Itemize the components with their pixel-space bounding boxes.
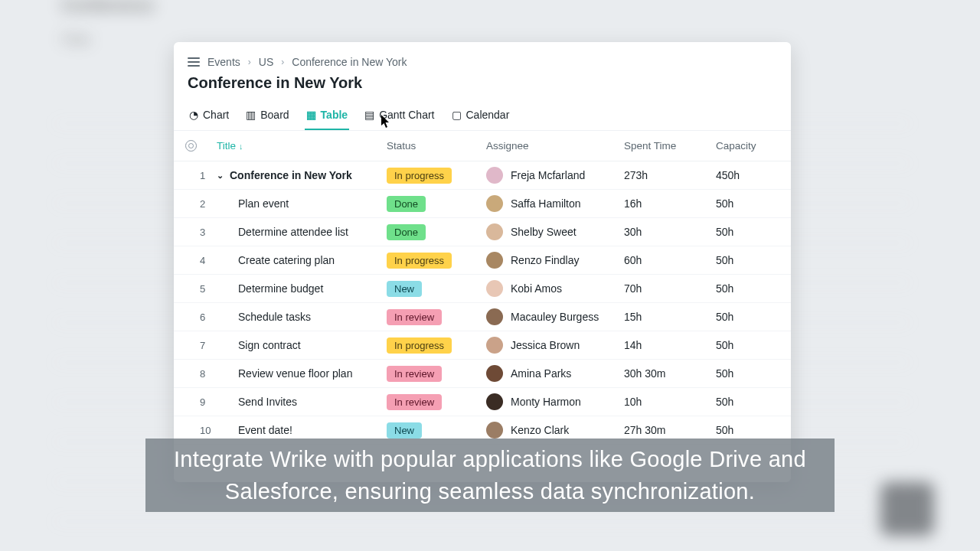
tab-board[interactable]: ▥Board <box>244 103 290 130</box>
task-title-cell[interactable]: Schedule tasks <box>217 311 387 323</box>
status-badge[interactable]: New <box>387 281 422 297</box>
table-row[interactable]: 4Create catering planIn progressRenzo Fi… <box>174 246 791 275</box>
avatar <box>486 337 503 354</box>
task-title-cell[interactable]: Plan event <box>217 197 387 210</box>
spent-time-cell[interactable]: 30h <box>624 226 716 238</box>
spent-time-cell[interactable]: 273h <box>624 169 716 181</box>
tab-label: Calendar <box>466 109 510 121</box>
row-number: 8 <box>200 368 217 380</box>
avatar <box>486 365 503 382</box>
chevron-right-icon: › <box>281 57 284 67</box>
spent-time-cell[interactable]: 14h <box>624 339 716 351</box>
spent-time-cell[interactable]: 60h <box>624 254 716 266</box>
assignee-cell[interactable]: Shelby Sweet <box>486 223 624 240</box>
status-badge[interactable]: In review <box>387 309 442 325</box>
table-row[interactable]: 7Sign contractIn progressJessica Brown14… <box>174 331 791 360</box>
row-number: 6 <box>200 311 217 323</box>
task-title-cell[interactable]: Event date! <box>217 424 387 436</box>
capacity-cell[interactable]: 50h <box>716 254 777 266</box>
status-badge[interactable]: Done <box>387 196 426 212</box>
table-row[interactable]: 9Send InvitesIn reviewMonty Harmon10h50h <box>174 388 791 416</box>
assignee-name: Kobi Amos <box>511 282 562 295</box>
spent-time-cell[interactable]: 30h 30m <box>624 367 716 380</box>
assignee-cell[interactable]: Renzo Findlay <box>486 252 624 269</box>
tab-gantt-chart[interactable]: ▤Gantt Chart <box>363 103 436 130</box>
task-title: Determine attendee list <box>238 226 348 238</box>
assignee-cell[interactable]: Macauley Burgess <box>486 308 624 325</box>
table-row[interactable]: 6Schedule tasksIn reviewMacauley Burgess… <box>174 303 791 331</box>
task-title-cell[interactable]: Determine budget <box>217 282 387 295</box>
task-title: Determine budget <box>238 282 323 295</box>
board-icon: ▥ <box>246 109 256 121</box>
task-title: Create catering plan <box>238 254 335 266</box>
table-row[interactable]: 1⌄Conference in New YorkIn progressFreja… <box>174 161 791 190</box>
task-title: Send Invites <box>238 396 297 408</box>
task-title-cell[interactable]: Send Invites <box>217 396 387 408</box>
column-status[interactable]: Status <box>387 140 486 152</box>
capacity-cell[interactable]: 50h <box>716 396 777 408</box>
capacity-cell[interactable]: 50h <box>716 311 777 323</box>
status-badge[interactable]: In progress <box>387 253 452 269</box>
tab-chart[interactable]: ◔Chart <box>188 103 230 130</box>
assignee-cell[interactable]: Monty Harmon <box>486 393 624 410</box>
assignee-name: Kenzo Clark <box>511 424 569 436</box>
status-badge[interactable]: In progress <box>387 337 452 354</box>
gantt-chart-icon: ▤ <box>364 109 374 121</box>
hamburger-icon[interactable] <box>188 57 200 67</box>
capacity-cell[interactable]: 50h <box>716 367 777 380</box>
task-title-cell[interactable]: Review venue floor plan <box>217 367 387 380</box>
task-title: Conference in New York <box>230 169 352 181</box>
assignee-cell[interactable]: Jessica Brown <box>486 337 624 354</box>
chevron-down-icon[interactable]: ⌄ <box>217 171 224 181</box>
capacity-cell[interactable]: 50h <box>716 197 777 210</box>
spent-time-cell[interactable]: 70h <box>624 282 716 295</box>
assignee-cell[interactable]: Amina Parks <box>486 365 624 382</box>
capacity-cell[interactable]: 50h <box>716 226 777 238</box>
task-title-cell[interactable]: Sign contract <box>217 339 387 351</box>
table-row[interactable]: 2Plan eventDoneSaffa Hamilton16h50h <box>174 190 791 218</box>
column-capacity[interactable]: Capacity <box>716 140 777 152</box>
task-title-cell[interactable]: ⌄Conference in New York <box>217 169 387 181</box>
assignee-cell[interactable]: Kenzo Clark <box>486 422 624 439</box>
tab-calendar[interactable]: ▢Calendar <box>450 103 511 130</box>
chevron-right-icon: › <box>248 57 251 67</box>
status-badge[interactable]: In review <box>387 394 442 410</box>
assignee-name: Freja Mcfarland <box>511 169 585 181</box>
spent-time-cell[interactable]: 10h <box>624 396 716 408</box>
gear-icon[interactable] <box>185 140 197 152</box>
avatar <box>486 252 503 269</box>
capacity-cell[interactable]: 50h <box>716 424 777 436</box>
column-spent-time[interactable]: Spent Time <box>624 140 716 152</box>
assignee-name: Macauley Burgess <box>511 311 599 323</box>
status-badge[interactable]: In review <box>387 366 442 382</box>
spent-time-cell[interactable]: 15h <box>624 311 716 323</box>
column-title[interactable]: Title↓ <box>217 140 387 152</box>
table-row[interactable]: 3Determine attendee listDoneShelby Sweet… <box>174 218 791 246</box>
spent-time-cell[interactable]: 16h <box>624 197 716 210</box>
breadcrumb: Events › US › Conference in New York <box>174 42 791 73</box>
status-badge[interactable]: New <box>387 422 422 439</box>
breadcrumb-current[interactable]: Conference in New York <box>292 56 407 68</box>
status-badge[interactable]: In progress <box>387 168 452 184</box>
task-title-cell[interactable]: Create catering plan <box>217 254 387 266</box>
status-badge[interactable]: Done <box>387 224 426 240</box>
sort-down-icon: ↓ <box>239 142 243 151</box>
table-row[interactable]: 8Review venue floor planIn reviewAmina P… <box>174 360 791 388</box>
assignee-cell[interactable]: Saffa Hamilton <box>486 195 624 212</box>
calendar-icon: ▢ <box>452 109 462 121</box>
capacity-cell[interactable]: 450h <box>716 169 777 181</box>
tab-label: Chart <box>203 109 229 121</box>
assignee-cell[interactable]: Kobi Amos <box>486 280 624 297</box>
assignee-cell[interactable]: Freja Mcfarland <box>486 167 624 184</box>
column-assignee[interactable]: Assignee <box>486 140 624 152</box>
table-row[interactable]: 5Determine budgetNewKobi Amos70h50h <box>174 275 791 303</box>
assignee-name: Monty Harmon <box>511 396 581 408</box>
spent-time-cell[interactable]: 27h 30m <box>624 424 716 436</box>
breadcrumb-events[interactable]: Events <box>207 56 240 68</box>
capacity-cell[interactable]: 50h <box>716 339 777 351</box>
capacity-cell[interactable]: 50h <box>716 282 777 295</box>
row-number: 1 <box>200 170 217 181</box>
tab-table[interactable]: ▦Table <box>305 103 350 130</box>
task-title-cell[interactable]: Determine attendee list <box>217 226 387 238</box>
breadcrumb-us[interactable]: US <box>259 56 273 68</box>
